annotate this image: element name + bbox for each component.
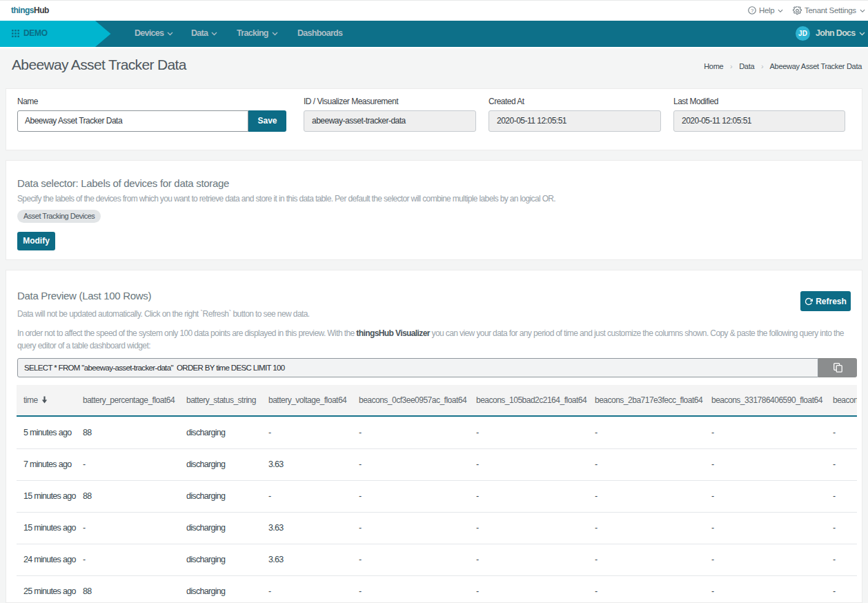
svg-text:?: ?	[751, 8, 754, 14]
